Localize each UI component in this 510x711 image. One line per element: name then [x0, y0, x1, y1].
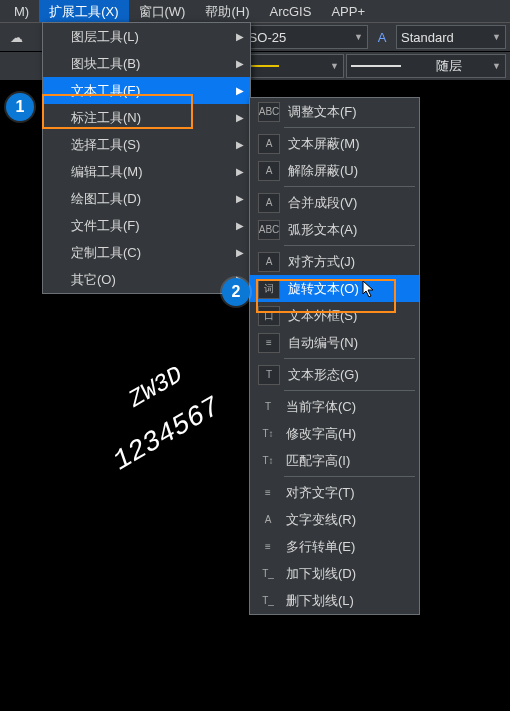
menu-bar: M) 扩展工具(X) 窗口(W) 帮助(H) ArcGIS APP+: [0, 0, 510, 23]
dim-style-combo[interactable]: ISO-25 ▼: [240, 25, 368, 49]
add-underline-icon: T_: [258, 565, 278, 583]
label: M): [14, 4, 29, 19]
label: 多行转单(E): [286, 538, 355, 556]
label: 图块工具(B): [71, 55, 140, 73]
menu-item-other[interactable]: 其它(O)▶: [43, 266, 250, 293]
label: 图层工具(L): [71, 28, 139, 46]
label: 弧形文本(A): [288, 221, 357, 239]
text-mask-icon: A: [258, 134, 280, 154]
submenu-arrow-icon: ▶: [236, 31, 244, 42]
label: 标注工具(N): [71, 109, 141, 127]
label: APP+: [331, 4, 365, 19]
separator: [284, 186, 415, 187]
cloud-icon[interactable]: ☁: [4, 25, 28, 49]
menu-arcgis[interactable]: ArcGIS: [260, 0, 322, 22]
sub-item-del-underline[interactable]: T_删下划线(L): [250, 587, 419, 614]
menu-app-plus[interactable]: APP+: [321, 0, 375, 22]
canvas-numbers-text: 1234567: [108, 391, 225, 477]
text-to-line-icon: A: [258, 511, 278, 529]
separator: [284, 476, 415, 477]
separator: [284, 358, 415, 359]
submenu-arrow-icon: ▶: [236, 220, 244, 231]
label: 删下划线(L): [286, 592, 354, 610]
menu-item-text-tools[interactable]: 文本工具(E)▶: [43, 77, 250, 104]
menu-m[interactable]: M): [4, 0, 39, 22]
align-text-icon: ≡: [258, 484, 278, 502]
chevron-down-icon: ▼: [330, 61, 339, 71]
submenu-arrow-icon: ▶: [236, 166, 244, 177]
label: 文件工具(F): [71, 217, 140, 235]
label: 当前字体(C): [286, 398, 356, 416]
text-frame-icon: 口: [258, 306, 280, 326]
step-badge-2: 2: [222, 278, 250, 306]
separator: [284, 127, 415, 128]
app-root: M) 扩展工具(X) 窗口(W) 帮助(H) ArcGIS APP+ ☁ ISO…: [0, 0, 510, 711]
sub-item-text-frame[interactable]: 口文本外框(S): [250, 302, 419, 329]
label: ArcGIS: [270, 4, 312, 19]
sub-item-rotate-text[interactable]: 词旋转文本(O): [250, 275, 419, 302]
separator: [284, 245, 415, 246]
menu-item-file-tools[interactable]: 文件工具(F)▶: [43, 212, 250, 239]
linetype-value: 随层: [436, 57, 462, 75]
sub-item-text-mask[interactable]: A文本屏蔽(M): [250, 130, 419, 157]
menu-item-draw-tools[interactable]: 绘图工具(D)▶: [43, 185, 250, 212]
label: 对齐方式(J): [288, 253, 355, 271]
extend-tools-menu: 图层工具(L)▶ 图块工具(B)▶ 文本工具(E)▶ 标注工具(N)▶ 选择工具…: [42, 22, 251, 294]
label: 文字变线(R): [286, 511, 356, 529]
linetype-combo[interactable]: 随层 ▼: [346, 54, 506, 78]
canvas-brand-text: ZW3D: [124, 361, 187, 413]
unmask-icon: A: [258, 161, 280, 181]
sub-item-arc-text[interactable]: ABC弧形文本(A): [250, 216, 419, 243]
sub-item-change-height[interactable]: T↕修改字高(H): [250, 420, 419, 447]
label: 扩展工具(X): [49, 4, 118, 19]
label: 文本外框(S): [288, 307, 357, 325]
sub-item-auto-number[interactable]: ≡自动编号(N): [250, 329, 419, 356]
label: 调整文本(F): [288, 103, 357, 121]
label: 旋转文本(O): [288, 280, 359, 298]
label: 帮助(H): [205, 4, 249, 19]
sub-item-add-underline[interactable]: T_加下划线(D): [250, 560, 419, 587]
label: 自动编号(N): [288, 334, 358, 352]
menu-help[interactable]: 帮助(H): [195, 0, 259, 22]
submenu-arrow-icon: ▶: [236, 112, 244, 123]
auto-number-icon: ≡: [258, 333, 280, 353]
submenu-arrow-icon: ▶: [236, 85, 244, 96]
menu-window[interactable]: 窗口(W): [129, 0, 196, 22]
sub-item-align-mode[interactable]: A对齐方式(J): [250, 248, 419, 275]
adjust-text-icon: ABC: [258, 102, 280, 122]
menu-extend-tools[interactable]: 扩展工具(X): [39, 0, 128, 22]
label: 选择工具(S): [71, 136, 140, 154]
chevron-down-icon: ▼: [354, 32, 363, 42]
menu-item-select-tools[interactable]: 选择工具(S)▶: [43, 131, 250, 158]
menu-item-edit-tools[interactable]: 编辑工具(M)▶: [43, 158, 250, 185]
text-style-icon[interactable]: A: [370, 25, 394, 49]
label: 文本形态(G): [288, 366, 359, 384]
sub-item-text-shape[interactable]: T文本形态(G): [250, 361, 419, 388]
del-underline-icon: T_: [258, 592, 278, 610]
sub-item-current-font[interactable]: T当前字体(C): [250, 393, 419, 420]
menu-item-block-tools[interactable]: 图块工具(B)▶: [43, 50, 250, 77]
menu-item-custom-tools[interactable]: 定制工具(C)▶: [43, 239, 250, 266]
sub-item-merge-para[interactable]: A合并成段(V): [250, 189, 419, 216]
chevron-down-icon: ▼: [492, 61, 501, 71]
menu-item-layer-tools[interactable]: 图层工具(L)▶: [43, 23, 250, 50]
text-style-value: Standard: [401, 30, 454, 45]
submenu-arrow-icon: ▶: [236, 193, 244, 204]
sub-item-unmask[interactable]: A解除屏蔽(U): [250, 157, 419, 184]
change-height-icon: T↕: [258, 425, 278, 443]
merge-para-icon: A: [258, 193, 280, 213]
line-sample-icon: [351, 65, 401, 67]
arc-text-icon: ABC: [258, 220, 280, 240]
sub-item-align-text[interactable]: ≡对齐文字(T): [250, 479, 419, 506]
submenu-arrow-icon: ▶: [236, 139, 244, 150]
multi-to-single-icon: ≡: [258, 538, 278, 556]
sub-item-match-height[interactable]: T↕匹配字高(I): [250, 447, 419, 474]
label: 文本屏蔽(M): [288, 135, 360, 153]
sub-item-adjust-text[interactable]: ABC调整文本(F): [250, 98, 419, 125]
sub-item-multi-to-single[interactable]: ≡多行转单(E): [250, 533, 419, 560]
text-style-combo[interactable]: Standard ▼: [396, 25, 506, 49]
label: 匹配字高(I): [286, 452, 350, 470]
menu-item-dim-tools[interactable]: 标注工具(N)▶: [43, 104, 250, 131]
label: 对齐文字(T): [286, 484, 355, 502]
sub-item-text-to-line[interactable]: A文字变线(R): [250, 506, 419, 533]
